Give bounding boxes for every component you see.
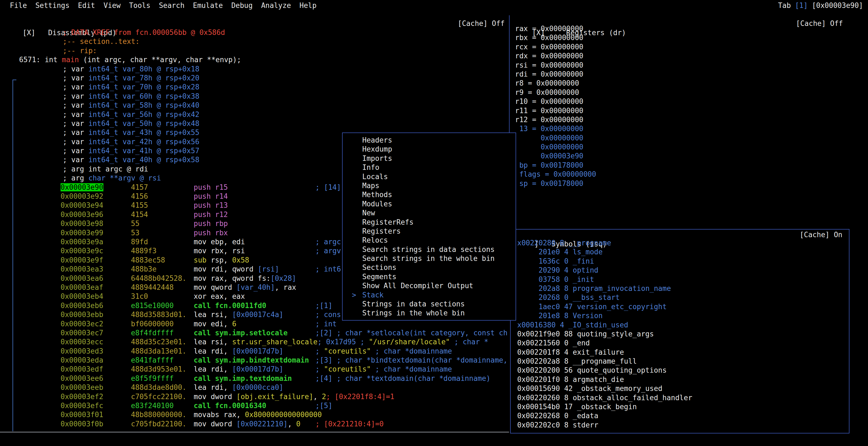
register-row[interactable]: 13 = 0x00000000 [515,124,596,133]
disasm-row[interactable]: 0x00003ef2c705fcc22100.mov dword [obj.ex… [0,392,509,401]
register-row[interactable]: r9 = 0x00000000 [515,88,596,97]
symbol-row[interactable]: 202a8 8 program_invocation_name [517,284,692,293]
symbol-row[interactable]: 201e0 4 ls_mode [517,248,692,257]
menubar-item-settings[interactable]: Settings [35,0,69,11]
disasm-row[interactable]: 0x00003ec7e8f4fdffffcall sym.imp.setloca… [0,328,509,338]
menubar-item-edit[interactable]: Edit [78,0,95,11]
disasm-row[interactable]: 0x00003eeb488d3dae8d00.lea rdi, [0x0000c… [0,383,509,392]
instruction-bytes: e83f240100 [131,401,194,410]
register-row[interactable]: rsi = 0x00000000 [515,61,596,70]
disasm-row[interactable]: 0x00003ecc488d35c23e01.lea rsi, str.usr_… [0,338,509,347]
disasm-meta-line: ; var int64_t var_50h @ rsp+0x48 [0,119,509,128]
register-row[interactable]: rax = 0x00000000 [515,24,596,33]
disasm-row[interactable]: 0x00003edae841faffffcall sym.imp.bindtex… [0,356,509,365]
register-row[interactable]: rdx = 0x00000000 [515,52,596,61]
symbol-row[interactable]: 0x00220268 0 _edata [517,411,692,420]
menubar-item-analyze[interactable]: Analyze [261,0,291,11]
symbol-row[interactable]: 0x00220200 56 quote_quoting_options [517,366,692,375]
register-row[interactable]: r8 = 0x00000000 [515,79,596,88]
register-row[interactable]: r10 = 0x00000000 [515,97,596,106]
register-row[interactable]: 0x00000000 [515,134,596,142]
tab-number[interactable]: [1] [795,0,808,11]
register-row[interactable]: r12 = 0x00000000 [515,115,596,124]
menubar-item-view[interactable]: View [103,0,121,11]
disasm-row[interactable]: 0x00003f0148b880000000.movabs rax, 0x800… [0,410,509,419]
symbol-row[interactable]: 1aec0 47 version_etc_copyright [517,302,692,311]
register-row[interactable]: rdi = 0x00000000 [515,70,596,79]
disasm-meta-line: ; var int64_t var_78h @ rsp+0x20 [0,74,509,83]
instruction-address: 0x00003eb4 [61,292,131,301]
disasm-row[interactable]: 0x00003ed3488d3da13e01.lea rdi, [0x00017… [0,347,509,356]
menu-item-relocs[interactable]: Relocs [343,236,516,245]
menu-item-methods[interactable]: Methods [343,190,516,199]
menu-item-maps[interactable]: Maps [343,181,516,190]
disasm-row[interactable]: 0x00003ec2bf06000000mov edi, 6; int [0,319,509,328]
register-row[interactable]: bp = 0x00178000 [515,161,596,170]
symbol-row[interactable]: 0x002201f0 8 argmatch_die [517,375,692,384]
menu-item-locals[interactable]: Locals [343,172,516,181]
menu-item-registerrefs[interactable]: RegisterRefs [343,218,516,227]
symbol-row[interactable]: 0x00015690 42 _obstack_memory_used [517,384,692,393]
disassembly-cache-toggle[interactable]: [Cache] Off [458,19,505,28]
instruction-bytes: 48b880000000. [131,410,194,419]
menu-item-strings-in-the-whole-bin[interactable]: Strings in the whole bin [343,309,516,318]
menu-item-stack[interactable]: >Stack [343,291,516,299]
symbol-row[interactable]: 1636c 0 _fini [517,257,692,266]
menubar-item-search[interactable]: Search [159,0,184,11]
instruction-address: 0x00003ee6 [61,374,131,383]
menubar-item-debug[interactable]: Debug [231,0,253,11]
disasm-row[interactable]: 0x00003ee6e8f5f9ffffcall sym.imp.textdom… [0,374,509,383]
menu-item-new[interactable]: New [343,209,516,218]
menu-item-info[interactable]: Info [343,163,516,172]
instruction-address: 0x00003f0b [61,419,131,428]
symbol-row[interactable]: 20290 4 optind [517,266,692,275]
menu-item-strings-in-data-sections[interactable]: Strings in data sections [343,299,516,309]
disasm-row[interactable]: 0x00003edf488d3d953e01.lea rdi, [0x00017… [0,365,509,374]
menu-item-search-strings-in-data-sections[interactable]: Search strings in data sections [343,245,516,254]
symbol-row[interactable]: 03758 0 _init [517,275,692,284]
menu-item-hexdump[interactable]: Hexdump [343,145,516,154]
symbols-cache-toggle[interactable]: [Cache] On [800,230,842,240]
disasm-row[interactable]: 0x00003efce83f240100call fcn.00016340;[5… [0,401,509,410]
tab-label: Tab [778,0,791,11]
register-row[interactable]: r11 = 0x00000000 [515,106,596,115]
menu-item-sections[interactable]: Sections [343,263,516,272]
symbol-row[interactable]: 0x002202a8 8 __progname_full [517,357,692,366]
symbol-row[interactable]: 20268 0 __bss_start [517,293,692,302]
menubar-item-emulate[interactable]: Emulate [193,0,223,11]
instruction-bytes: e8f5f9ffff [131,374,194,383]
symbol-row[interactable]: x00016380 4 _IO_stdin_used [517,321,692,329]
symbol-row[interactable]: 0x000154b0 17 _obstack_begin [517,403,692,411]
menu-item-imports[interactable]: Imports [343,154,516,163]
register-row[interactable]: 0x00003e90 [515,152,596,161]
symbol-row[interactable]: 0x0021f9e0 88 quoting_style_args [517,329,692,339]
disasm-row[interactable]: 0x00003f0bc705fbd22100.mov dword [0x0022… [0,419,509,428]
menubar-item-help[interactable]: Help [300,0,317,11]
instruction-text: lea rsi, [0x00017c4a] [194,310,315,319]
register-row[interactable]: rbx = 0x00000000 [515,33,596,42]
menubar-item-tools[interactable]: Tools [129,0,150,11]
menu-item-segments[interactable]: Segments [343,272,516,281]
register-row[interactable]: sp = 0x00178000 [515,179,596,188]
menu-item-headers[interactable]: Headers [343,136,516,145]
instruction-text: mov rax, qword fs:[0x28] [194,274,315,283]
menu-item-search-strings-in-the-whole-bin[interactable]: Search strings in the whole bin [343,254,516,263]
register-row[interactable]: 0x00000000 [515,142,596,152]
symbol-row[interactable]: 0x002202c0 8 stderr [517,421,692,429]
symbols-content: x00220280 8 __progname201e0 4 ls_mode163… [517,238,692,429]
symbol-row[interactable]: 0x00220260 8 obstack_alloc_failed_handle… [517,393,692,403]
register-row[interactable]: rcx = 0x00000000 [515,42,596,52]
instruction-bytes: 31c0 [131,292,194,301]
menubar-item-file[interactable]: File [10,0,27,11]
menu-item-registers[interactable]: Registers [343,227,516,236]
register-row[interactable]: flags = 0x00000000 [515,170,596,179]
registers-cache-toggle[interactable]: [Cache] Off [796,19,843,28]
menubar-items: FileSettingsEditViewToolsSearchEmulateDe… [10,0,316,11]
menu-item-modules[interactable]: Modules [343,199,516,209]
symbol-row[interactable]: x00220280 8 __progname [517,238,692,248]
instruction-text: movabs rax, 0x8000000000000000 [194,410,322,419]
symbol-row[interactable]: 0x002201f8 4 exit_failure [517,348,692,357]
menu-item-show-all-decompiler-output[interactable]: Show All Decompiler Output [343,281,516,290]
symbol-row[interactable]: 0x00221560 0 _end [517,339,692,348]
symbol-row[interactable]: 201e8 8 Version [517,311,692,320]
